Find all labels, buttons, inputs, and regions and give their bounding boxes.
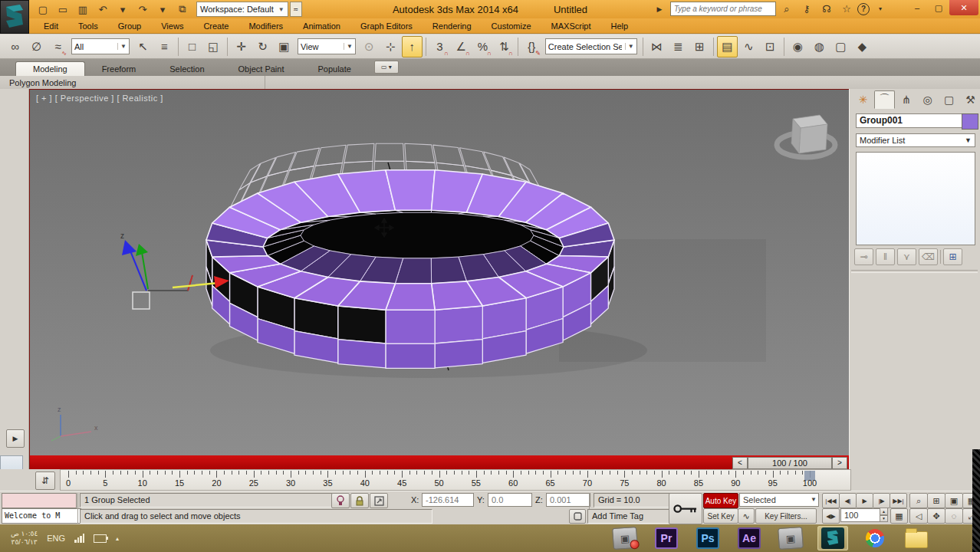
ribbon-toggle-icon[interactable]: ▤ xyxy=(717,36,738,58)
workspace-flyout-button[interactable]: ≂ xyxy=(290,2,302,17)
keyboard-shortcut-override-icon[interactable]: ↑ xyxy=(402,36,423,58)
perspective-viewport[interactable]: zzx [ + ] [ Perspective ] [ Realistic ] xyxy=(30,90,849,455)
tab-motion[interactable]: ◎ xyxy=(917,90,938,109)
object-name-field[interactable]: Group001 xyxy=(856,113,965,128)
taskbar-recorder-icon[interactable]: ▣ xyxy=(610,527,640,550)
bind-to-space-warp-icon[interactable]: ≈ xyxy=(48,36,68,58)
time-slider-next-button[interactable]: > xyxy=(832,457,847,469)
z-coord-field[interactable]: 0.001 xyxy=(546,493,590,507)
help-dropdown-icon[interactable]: ▾ xyxy=(873,2,888,16)
ribbon-panel-label[interactable]: Polygon Modeling xyxy=(0,78,76,87)
search-icon[interactable]: ⌕ xyxy=(779,2,794,16)
zoom-all-icon[interactable]: ⊞ xyxy=(927,493,945,508)
taskbar-chrome-icon[interactable] xyxy=(860,527,890,550)
select-by-name-icon[interactable]: ≡ xyxy=(154,36,175,58)
add-time-tag[interactable]: Add Time Tag xyxy=(587,509,672,524)
tab-display[interactable]: ▢ xyxy=(939,90,959,109)
menu-group[interactable]: Group xyxy=(108,18,152,34)
auto-key-button[interactable]: Auto Key xyxy=(703,493,738,508)
isolate-selection-toggle[interactable] xyxy=(331,493,350,508)
language-indicator[interactable]: ENG xyxy=(47,534,65,543)
select-object-icon[interactable]: ↖ xyxy=(133,36,153,58)
named-selection-set-dropdown[interactable]: Create Selection Se▼ xyxy=(545,38,637,54)
zoom-icon[interactable]: ⌕ xyxy=(909,493,928,508)
previous-frame-button[interactable]: ◀| xyxy=(839,493,857,508)
taskbar-photoshop-icon[interactable]: Ps xyxy=(693,527,722,550)
select-and-move-icon[interactable]: ✛ xyxy=(231,36,252,58)
menu-rendering[interactable]: Rendering xyxy=(423,18,482,34)
menu-create[interactable]: Create xyxy=(193,18,238,34)
time-configuration-button[interactable]: ▦ xyxy=(890,508,908,524)
maxscript-mini-listener-white[interactable]: Welcome to M xyxy=(2,508,81,524)
tab-modify[interactable]: ⌒ xyxy=(874,90,895,109)
object-color-swatch[interactable] xyxy=(962,113,978,130)
track-bar-ruler[interactable]: 0510152025303540455055606570758085909510… xyxy=(60,469,851,491)
maximize-button[interactable]: ▢ xyxy=(928,0,949,15)
lock-selection-toggle[interactable] xyxy=(350,493,369,508)
minimize-button[interactable]: – xyxy=(906,0,928,15)
select-and-rotate-icon[interactable]: ↻ xyxy=(252,36,273,58)
rectangular-selection-region-icon[interactable]: □ xyxy=(182,36,202,58)
reference-coordinate-dropdown[interactable]: View▼ xyxy=(298,38,356,54)
key-mode-toggle[interactable]: ◀▶ xyxy=(822,508,840,524)
remove-modifier-icon[interactable]: ⌫ xyxy=(919,248,938,265)
selection-filter-dropdown[interactable]: All▼ xyxy=(71,38,130,54)
ribbon-tab-freeform[interactable]: Freeform xyxy=(85,62,153,76)
redo-icon[interactable]: ↷ xyxy=(133,2,152,17)
current-frame-field[interactable]: 100 xyxy=(840,508,885,522)
curve-editor-icon[interactable]: ∿ xyxy=(738,36,759,58)
x-coord-field[interactable]: -126.614 xyxy=(422,493,474,507)
angle-snap-icon[interactable]: ∠ xyxy=(451,36,472,58)
viewport-label[interactable]: [ + ] [ Perspective ] [ Realistic ] xyxy=(36,94,163,103)
absolute-offset-mode-toggle[interactable] xyxy=(370,493,388,508)
new-file-icon[interactable]: ▢ xyxy=(34,2,52,17)
undo-dropdown-icon[interactable]: ▾ xyxy=(113,2,132,17)
render-setup-icon[interactable]: ◍ xyxy=(809,36,830,58)
pan-icon[interactable]: ✥ xyxy=(927,508,945,524)
maxscript-mini-listener-pink[interactable] xyxy=(2,493,77,508)
close-button[interactable]: ✕ xyxy=(949,0,978,15)
tab-hierarchy[interactable]: ⋔ xyxy=(896,90,916,109)
communication-center-icon[interactable]: ☊ xyxy=(819,2,834,16)
default-tangent-button[interactable]: ∿ xyxy=(738,508,755,524)
ribbon-tab-populate[interactable]: Populate xyxy=(301,62,367,76)
selection-set-filter-dropdown[interactable]: Selected▼ xyxy=(739,493,819,507)
taskbar-3dsmax-icon[interactable] xyxy=(817,526,848,550)
schematic-view-icon[interactable]: ⊡ xyxy=(760,36,781,58)
ribbon-minimize-button[interactable]: ▭▾ xyxy=(374,61,399,74)
show-end-result-icon[interactable]: ‖ xyxy=(876,248,895,265)
menu-maxscript[interactable]: MAXScript xyxy=(541,18,601,34)
subscription-key-icon[interactable]: ⚷ xyxy=(799,2,814,16)
menu-modifiers[interactable]: Modifiers xyxy=(238,18,293,34)
key-filters-button[interactable]: Key Filters... xyxy=(755,508,817,524)
use-pivot-point-center-icon[interactable]: ⊙ xyxy=(359,36,380,58)
time-slider-prev-button[interactable]: < xyxy=(732,457,748,469)
tray-expand-icon[interactable]: ▴ xyxy=(116,535,119,542)
application-menu-button[interactable] xyxy=(0,0,29,34)
select-and-link-icon[interactable]: ∞ xyxy=(5,36,25,58)
zoom-extents-icon[interactable]: ▣ xyxy=(945,493,963,508)
time-slider-value[interactable]: 100 / 100 xyxy=(748,457,832,469)
menu-edit[interactable]: Edit xyxy=(34,18,68,34)
percent-snap-icon[interactable]: % xyxy=(472,36,493,58)
open-file-icon[interactable]: ▭ xyxy=(54,2,72,17)
tab-utilities[interactable]: ⚒ xyxy=(960,90,980,109)
window-crossing-toggle-icon[interactable]: ◱ xyxy=(203,36,224,58)
search-input[interactable] xyxy=(670,2,776,16)
next-frame-button[interactable]: |▶ xyxy=(873,493,890,508)
orbit-icon[interactable]: ◌ xyxy=(945,508,963,524)
modifier-stack[interactable] xyxy=(856,152,975,245)
select-and-scale-icon[interactable]: ▣ xyxy=(274,36,294,58)
spinner-snap-icon[interactable]: ⇅ xyxy=(494,36,515,58)
configure-modifier-sets-icon[interactable]: ⊞ xyxy=(943,248,962,265)
save-file-icon[interactable]: ▥ xyxy=(74,2,92,17)
network-signal-icon[interactable] xyxy=(74,534,84,543)
ribbon-tab-selection[interactable]: Selection xyxy=(153,62,221,76)
taskbar-aftereffects-icon[interactable]: Ae xyxy=(735,527,764,550)
layer-manager-icon[interactable]: ⊞ xyxy=(689,36,710,58)
redo-dropdown-icon[interactable]: ▾ xyxy=(153,2,172,17)
time-slider[interactable]: < 100 / 100 > xyxy=(30,455,849,469)
go-to-start-button[interactable]: |◀◀ xyxy=(822,493,840,508)
material-editor-icon[interactable]: ◉ xyxy=(788,36,808,58)
menu-help[interactable]: Help xyxy=(601,18,639,34)
